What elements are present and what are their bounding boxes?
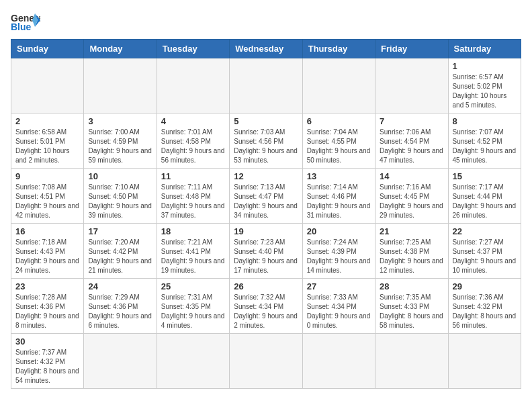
calendar-cell: 17Sunrise: 7:20 AM Sunset: 4:42 PM Dayli… [84, 224, 157, 279]
calendar-cell: 5Sunrise: 7:03 AM Sunset: 4:56 PM Daylig… [230, 113, 302, 169]
day-info: Sunrise: 7:35 AM Sunset: 4:33 PM Dayligh… [380, 293, 443, 330]
calendar-cell: 10Sunrise: 7:10 AM Sunset: 4:50 PM Dayli… [84, 169, 157, 224]
col-header-wednesday: Wednesday [230, 40, 302, 58]
day-info: Sunrise: 7:24 AM Sunset: 4:39 PM Dayligh… [307, 238, 371, 275]
day-info: Sunrise: 7:31 AM Sunset: 4:35 PM Dayligh… [161, 293, 225, 330]
calendar-week-row: 16Sunrise: 7:18 AM Sunset: 4:43 PM Dayli… [11, 224, 521, 279]
day-info: Sunrise: 7:28 AM Sunset: 4:36 PM Dayligh… [15, 293, 79, 330]
calendar-cell [375, 58, 448, 113]
calendar-cell: 14Sunrise: 7:16 AM Sunset: 4:45 PM Dayli… [375, 169, 448, 224]
col-header-thursday: Thursday [302, 40, 375, 58]
day-number: 6 [307, 116, 371, 126]
day-info: Sunrise: 7:21 AM Sunset: 4:41 PM Dayligh… [161, 238, 225, 275]
day-number: 4 [161, 116, 225, 126]
day-info: Sunrise: 7:01 AM Sunset: 4:58 PM Dayligh… [161, 128, 225, 165]
day-info: Sunrise: 7:23 AM Sunset: 4:40 PM Dayligh… [234, 238, 298, 275]
day-info: Sunrise: 7:27 AM Sunset: 4:37 PM Dayligh… [453, 238, 517, 275]
calendar-cell [230, 334, 302, 389]
calendar-week-row: 1Sunrise: 6:57 AM Sunset: 5:02 PM Daylig… [11, 58, 521, 113]
day-info: Sunrise: 7:03 AM Sunset: 4:56 PM Dayligh… [234, 128, 298, 165]
day-number: 9 [15, 171, 79, 181]
day-number: 14 [380, 171, 443, 181]
calendar-cell: 16Sunrise: 7:18 AM Sunset: 4:43 PM Dayli… [11, 224, 84, 279]
day-number: 18 [161, 226, 225, 236]
day-info: Sunrise: 7:37 AM Sunset: 4:32 PM Dayligh… [15, 348, 79, 385]
calendar-cell: 27Sunrise: 7:33 AM Sunset: 4:34 PM Dayli… [302, 279, 375, 334]
calendar-cell [11, 58, 84, 113]
calendar-header: General Blue [11, 11, 521, 32]
calendar-cell: 15Sunrise: 7:17 AM Sunset: 4:44 PM Dayli… [448, 169, 521, 224]
day-number: 26 [234, 281, 298, 291]
calendar-cell: 22Sunrise: 7:27 AM Sunset: 4:37 PM Dayli… [448, 224, 521, 279]
calendar-cell: 7Sunrise: 7:06 AM Sunset: 4:54 PM Daylig… [375, 113, 448, 169]
calendar-cell: 11Sunrise: 7:11 AM Sunset: 4:48 PM Dayli… [157, 169, 229, 224]
day-number: 5 [234, 116, 298, 126]
calendar-cell: 8Sunrise: 7:07 AM Sunset: 4:52 PM Daylig… [448, 113, 521, 169]
svg-text:Blue: Blue [11, 21, 32, 32]
day-number: 22 [453, 226, 517, 236]
day-info: Sunrise: 7:04 AM Sunset: 4:55 PM Dayligh… [307, 128, 371, 165]
calendar-cell: 13Sunrise: 7:14 AM Sunset: 4:46 PM Dayli… [302, 169, 375, 224]
calendar-cell: 25Sunrise: 7:31 AM Sunset: 4:35 PM Dayli… [157, 279, 229, 334]
calendar-cell [375, 334, 448, 389]
day-info: Sunrise: 7:36 AM Sunset: 4:32 PM Dayligh… [453, 293, 517, 330]
day-number: 15 [453, 171, 517, 181]
calendar-cell: 24Sunrise: 7:29 AM Sunset: 4:36 PM Dayli… [84, 279, 157, 334]
day-number: 1 [453, 61, 517, 71]
calendar-cell: 21Sunrise: 7:25 AM Sunset: 4:38 PM Dayli… [375, 224, 448, 279]
day-number: 20 [307, 226, 371, 236]
calendar-week-row: 30Sunrise: 7:37 AM Sunset: 4:32 PM Dayli… [11, 334, 521, 389]
day-info: Sunrise: 7:11 AM Sunset: 4:48 PM Dayligh… [161, 183, 225, 220]
calendar-cell: 29Sunrise: 7:36 AM Sunset: 4:32 PM Dayli… [448, 279, 521, 334]
calendar-cell [157, 334, 229, 389]
calendar-cell: 30Sunrise: 7:37 AM Sunset: 4:32 PM Dayli… [11, 334, 84, 389]
calendar-week-row: 2Sunrise: 6:58 AM Sunset: 5:01 PM Daylig… [11, 113, 521, 169]
col-header-friday: Friday [375, 40, 448, 58]
day-number: 7 [380, 116, 443, 126]
day-number: 3 [88, 116, 152, 126]
day-number: 29 [453, 281, 517, 291]
calendar-cell: 28Sunrise: 7:35 AM Sunset: 4:33 PM Dayli… [375, 279, 448, 334]
day-number: 23 [15, 281, 79, 291]
day-number: 8 [453, 116, 517, 126]
calendar-header-row: SundayMondayTuesdayWednesdayThursdayFrid… [11, 40, 521, 58]
day-number: 25 [161, 281, 225, 291]
calendar-cell: 19Sunrise: 7:23 AM Sunset: 4:40 PM Dayli… [230, 224, 302, 279]
day-info: Sunrise: 7:00 AM Sunset: 4:59 PM Dayligh… [88, 128, 152, 165]
day-number: 17 [88, 226, 152, 236]
col-header-monday: Monday [84, 40, 157, 58]
calendar-cell: 18Sunrise: 7:21 AM Sunset: 4:41 PM Dayli… [157, 224, 229, 279]
day-info: Sunrise: 7:18 AM Sunset: 4:43 PM Dayligh… [15, 238, 79, 275]
calendar-week-row: 9Sunrise: 7:08 AM Sunset: 4:51 PM Daylig… [11, 169, 521, 224]
day-info: Sunrise: 7:10 AM Sunset: 4:50 PM Dayligh… [88, 183, 152, 220]
day-number: 11 [161, 171, 225, 181]
day-info: Sunrise: 7:29 AM Sunset: 4:36 PM Dayligh… [88, 293, 152, 330]
logo: General Blue [11, 11, 40, 32]
day-number: 2 [15, 116, 79, 126]
day-info: Sunrise: 7:33 AM Sunset: 4:34 PM Dayligh… [307, 293, 371, 330]
calendar-cell [84, 334, 157, 389]
calendar-week-row: 23Sunrise: 7:28 AM Sunset: 4:36 PM Dayli… [11, 279, 521, 334]
calendar-cell [230, 58, 302, 113]
day-number: 27 [307, 281, 371, 291]
day-number: 10 [88, 171, 152, 181]
calendar-cell: 4Sunrise: 7:01 AM Sunset: 4:58 PM Daylig… [157, 113, 229, 169]
calendar-cell: 20Sunrise: 7:24 AM Sunset: 4:39 PM Dayli… [302, 224, 375, 279]
day-number: 16 [15, 226, 79, 236]
day-info: Sunrise: 7:25 AM Sunset: 4:38 PM Dayligh… [380, 238, 443, 275]
calendar-cell: 2Sunrise: 6:58 AM Sunset: 5:01 PM Daylig… [11, 113, 84, 169]
col-header-saturday: Saturday [448, 40, 521, 58]
calendar-cell: 23Sunrise: 7:28 AM Sunset: 4:36 PM Dayli… [11, 279, 84, 334]
day-info: Sunrise: 7:17 AM Sunset: 4:44 PM Dayligh… [453, 183, 517, 220]
calendar-cell [84, 58, 157, 113]
calendar-cell: 1Sunrise: 6:57 AM Sunset: 5:02 PM Daylig… [448, 58, 521, 113]
day-number: 30 [15, 336, 79, 347]
day-number: 21 [380, 226, 443, 236]
calendar-cell [302, 334, 375, 389]
day-number: 24 [88, 281, 152, 291]
day-info: Sunrise: 7:32 AM Sunset: 4:34 PM Dayligh… [234, 293, 298, 330]
day-info: Sunrise: 7:08 AM Sunset: 4:51 PM Dayligh… [15, 183, 79, 220]
day-info: Sunrise: 7:06 AM Sunset: 4:54 PM Dayligh… [380, 128, 443, 165]
calendar-cell [448, 334, 521, 389]
calendar-cell [302, 58, 375, 113]
